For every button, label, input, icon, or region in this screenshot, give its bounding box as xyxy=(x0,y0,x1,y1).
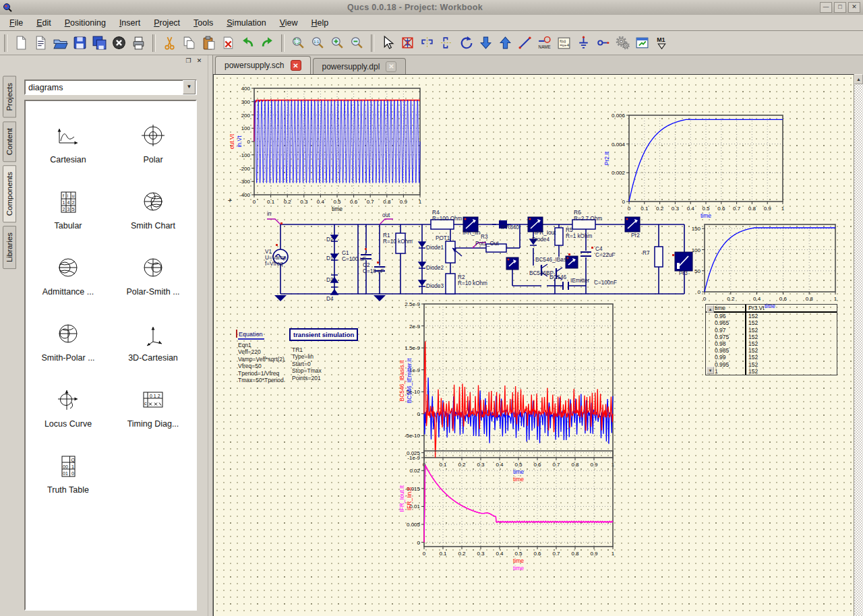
document-tab-powersupply.sch[interactable]: powersupply.sch✕ xyxy=(215,56,311,74)
open-document-button[interactable] xyxy=(51,33,70,53)
schematic-canvas[interactable]: 00.10.20.30.40.50.60.70.80.91-400-300-20… xyxy=(213,74,854,616)
diagram-pr3-voltage[interactable]: 00.20.40.60.81050100150time xyxy=(692,224,837,309)
pr3-table[interactable]: timePr3.Vt0.961520.9651520.971520.975152… xyxy=(705,304,837,375)
close-tab-icon[interactable]: ✕ xyxy=(291,60,301,71)
select-button[interactable] xyxy=(378,33,398,53)
component-item-3d-cartesian[interactable]: 3D-Cartesian xyxy=(111,302,196,368)
dock-splitter[interactable] xyxy=(208,55,213,616)
sidebar-tab-projects[interactable]: Projects xyxy=(3,76,16,118)
component-item-locus-curve[interactable]: Locus Curve xyxy=(26,368,111,434)
cut-button[interactable] xyxy=(160,33,179,53)
menu-edit[interactable]: Edit xyxy=(30,16,58,30)
delete-selection-button[interactable] xyxy=(398,33,417,53)
delete-button[interactable] xyxy=(218,33,238,53)
component-item-tabular[interactable]: fiu142235Tabular xyxy=(26,170,111,236)
transient-simulation-title: transient simulation xyxy=(289,328,358,341)
menu-file[interactable]: File xyxy=(3,16,30,30)
svg-text:0: 0 xyxy=(417,411,421,417)
scroll-up-icon[interactable]: ▲ xyxy=(854,74,863,84)
menu-tools[interactable]: Tools xyxy=(187,16,220,30)
mirror-x-icon xyxy=(419,35,435,51)
rotate-button[interactable] xyxy=(456,33,476,53)
minimize-button[interactable]: — xyxy=(820,2,832,13)
delete-selection-icon xyxy=(400,35,415,51)
new-document-button[interactable] xyxy=(11,33,31,53)
insert-marker-button[interactable]: M1 xyxy=(652,33,672,53)
table-scroll-up-icon[interactable]: ▲ xyxy=(707,305,714,313)
menu-project[interactable]: Project xyxy=(147,16,187,30)
svg-text:0.002: 0.002 xyxy=(612,170,626,176)
component-item-cartesian[interactable]: Cartesian xyxy=(26,104,111,170)
menu-help[interactable]: Help xyxy=(305,16,336,30)
component-item-label: Polar-Smith ... xyxy=(126,287,179,297)
paste-button[interactable] xyxy=(199,33,218,53)
component-category-select[interactable]: diagrams ▼ xyxy=(24,80,197,95)
sidebar-tab-content[interactable]: Content xyxy=(3,121,16,162)
dock-close-icon[interactable]: ✕ xyxy=(195,57,204,65)
table-row: 1152 xyxy=(706,368,837,375)
svg-text:0.4: 0.4 xyxy=(753,296,761,302)
copy-button[interactable] xyxy=(179,33,199,53)
insert-port-button[interactable] xyxy=(593,33,613,53)
component-item-polar[interactable]: Polar xyxy=(111,104,196,170)
transient-simulation-block[interactable]: transient simulation TR1Type=linStart=0S… xyxy=(289,328,358,381)
close-tab-icon[interactable]: ✕ xyxy=(386,61,396,72)
svg-text:in: in xyxy=(267,211,272,217)
equation-title: Equation xyxy=(238,331,264,340)
component-item-admittance[interactable]: Admittance ... xyxy=(26,236,111,302)
diagram-bc546-currents[interactable]: 00.10.20.30.40.50.60.70.80.912.5e-92e-91… xyxy=(398,301,615,483)
svg-text:5: 5 xyxy=(72,207,75,212)
component-item-truth-table[interactable]: Q001010Truth Table xyxy=(26,434,111,500)
print-button[interactable] xyxy=(129,33,148,53)
close-document-button[interactable] xyxy=(109,33,129,53)
svg-text:0.8: 0.8 xyxy=(571,551,579,557)
zoom-out-button[interactable] xyxy=(347,33,367,53)
document-tab-bar: powersupply.sch✕powersupply.dpl✕ xyxy=(213,55,863,74)
svg-text:=u+4: =u+4 xyxy=(560,43,569,47)
push-into-subcircuit-button[interactable] xyxy=(476,33,496,53)
maximize-button[interactable]: □ xyxy=(834,2,846,13)
zoom-1-1-button[interactable]: 1:1 xyxy=(308,33,328,53)
save-all-button[interactable] xyxy=(90,33,109,53)
menu-simulation[interactable]: Simulation xyxy=(220,16,272,30)
menu-positioning[interactable]: Positioning xyxy=(58,16,113,30)
insert-ground-button[interactable] xyxy=(574,33,593,53)
component-item-polar-smith[interactable]: Polar-Smith ... xyxy=(111,236,196,302)
diagram-pr2-current[interactable]: 00.10.20.30.40.50.60.70.80.9100.0020.004… xyxy=(603,113,785,219)
component-item-timing-diag[interactable]: 0 1 2cTiming Diag... xyxy=(111,368,196,434)
pop-out-icon xyxy=(498,35,513,51)
sidebar-tab-components[interactable]: Components xyxy=(3,165,16,222)
pop-out-button[interactable] xyxy=(496,33,515,53)
diagram-ifr-currents[interactable]: 00.10.20.30.40.50.60.70.80.9100.0050.010… xyxy=(398,450,615,572)
close-button[interactable]: ✕ xyxy=(848,2,860,13)
svg-text:BC546: BC546 xyxy=(549,274,566,280)
component-item-smith-chart[interactable]: Smith Chart xyxy=(111,170,196,236)
new-text-document-button[interactable] xyxy=(31,33,51,53)
insert-equation-button[interactable]: f(u)=u+4 xyxy=(554,33,574,53)
insert-wire-label-button[interactable]: NAME xyxy=(535,33,554,53)
sidebar-tab-libraries[interactable]: Libraries xyxy=(3,226,16,269)
table-scroll-down-icon[interactable]: ▼ xyxy=(707,367,714,374)
component-item-smith-polar[interactable]: Smith-Polar ... xyxy=(26,302,111,368)
chevron-down-icon[interactable]: ▼ xyxy=(183,80,196,94)
menu-view[interactable]: View xyxy=(273,16,305,30)
document-tab-powersupply.dpl[interactable]: powersupply.dpl✕ xyxy=(313,58,407,74)
diagram-io-voltages[interactable]: 00.10.20.30.40.50.60.70.80.91-400-300-20… xyxy=(229,86,422,212)
zoom-in-button[interactable] xyxy=(328,33,347,53)
simulate-button[interactable] xyxy=(613,33,632,53)
undo-button[interactable] xyxy=(238,33,258,53)
canvas-vertical-scrollbar[interactable]: ▲ xyxy=(854,74,863,616)
menu-insert[interactable]: Insert xyxy=(113,16,147,30)
smith-chart-icon xyxy=(138,190,168,214)
save-document-button[interactable] xyxy=(70,33,90,53)
mirror-y-button[interactable] xyxy=(437,33,456,53)
zoom-fit-button[interactable] xyxy=(289,33,308,53)
redo-button[interactable] xyxy=(258,33,277,53)
circuit-schematic[interactable]: inoutV1U=Vampf=VfreqD2D1D3D4C1C=100 uFC2… xyxy=(265,210,692,302)
view-data-display-button[interactable] xyxy=(632,33,652,53)
svg-text:0.5: 0.5 xyxy=(333,199,341,205)
parameter-line: TR1 xyxy=(292,346,358,353)
dock-float-icon[interactable]: ❐ xyxy=(184,57,193,65)
insert-wire-button[interactable] xyxy=(515,33,535,53)
mirror-x-button[interactable] xyxy=(417,33,437,53)
